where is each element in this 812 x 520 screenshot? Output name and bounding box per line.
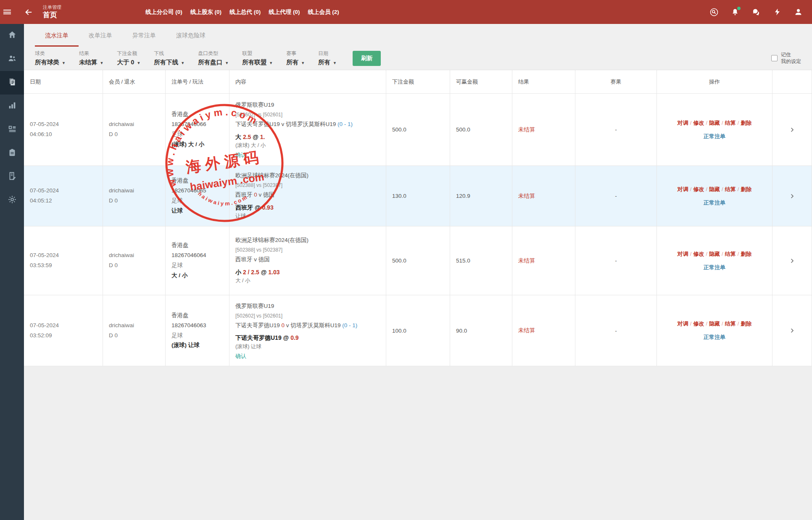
refresh-button[interactable]: 刷新	[353, 51, 381, 66]
delete-link[interactable]: 删除	[741, 251, 751, 257]
bet-selection: 大 2.5 @ 1.	[235, 134, 380, 141]
filter-downline[interactable]: 下线 所有下线▼	[154, 50, 185, 66]
normal-bet-link[interactable]: 正常注单	[704, 334, 725, 341]
filter-league[interactable]: 联盟 所有联盟▼	[242, 50, 273, 66]
dashboard-icon	[8, 124, 17, 135]
tab-live-danger-ball[interactable]: 滚球危险球	[166, 24, 216, 47]
sidebar-item-tasks[interactable]	[0, 142, 24, 165]
account-icon[interactable]	[794, 8, 803, 17]
bet-number: 18267046064	[171, 252, 223, 260]
chevron-down-icon: ▼	[62, 61, 66, 65]
hide-link[interactable]: 隐藏	[709, 251, 720, 257]
tab-abnormal-bets[interactable]: 异常注单	[122, 24, 166, 47]
filter-market-type[interactable]: 盘口类型 所有盘口▼	[198, 50, 229, 66]
sidebar-item-dashboard[interactable]	[0, 118, 24, 142]
nav-online-shareholder[interactable]: 线上股东 (0)	[190, 8, 221, 16]
market-type: 香港盘	[171, 312, 223, 320]
match-score: -	[575, 94, 657, 165]
sidebar-item-members[interactable]	[0, 47, 24, 71]
confirm-link[interactable]: 确认	[235, 352, 380, 360]
edit-link[interactable]: 修改	[693, 251, 704, 257]
sidebar-item-logs[interactable]	[0, 165, 24, 189]
live-score-link[interactable]: (0 - 1)	[337, 121, 353, 127]
match-teams: 西班牙 v 德国	[235, 256, 380, 264]
nav-online-master-agent[interactable]: 线上总代 (0)	[229, 8, 261, 16]
edit-link[interactable]: 修改	[693, 120, 704, 126]
sidebar-item-reports[interactable]	[0, 95, 24, 118]
swap-link[interactable]: 对调	[678, 320, 688, 327]
tab-changed-bets[interactable]: 改单注单	[79, 24, 122, 47]
normal-bet-link[interactable]: 正常注单	[704, 199, 725, 207]
delete-link[interactable]: 删除	[741, 120, 751, 126]
bet-date: 07-05-2024	[30, 322, 97, 330]
filter-bar: 球类 所有球类▼ 结果 未结算▼ 下注金额 大于 0▼ 下线 所有下线▼ 盘口类…	[24, 47, 812, 70]
notification-badge	[737, 7, 741, 10]
main-area: 流水注单 改单注单 异常注单 滚球危险球 球类 所有球类▼ 结果 未结算▼ 下注…	[24, 24, 812, 520]
filter-result[interactable]: 结果 未结算▼	[79, 50, 103, 66]
table-row: 07-05-202404:06:10 drichaiwaiD 0 香港盘1826…	[24, 94, 812, 166]
sport: 足球	[171, 332, 223, 340]
remember-settings[interactable]: 记住 我的设定	[771, 52, 801, 65]
sidebar-item-home[interactable]	[0, 24, 24, 47]
live-score-link[interactable]: (0 - 1)	[342, 322, 357, 328]
normal-bet-link[interactable]: 正常注单	[704, 264, 725, 271]
hide-link[interactable]: 隐藏	[709, 320, 720, 327]
sidebar-item-settings[interactable]	[0, 189, 24, 212]
tab-running-bets[interactable]: 流水注单	[35, 24, 79, 47]
hide-link[interactable]: 隐藏	[709, 120, 720, 126]
messages-icon[interactable]	[751, 8, 761, 17]
nav-online-member[interactable]: 线上会员 (2)	[308, 8, 339, 16]
nav-online-agent[interactable]: 线上代理 (0)	[269, 8, 300, 16]
back-icon[interactable]	[20, 4, 37, 21]
header-icons	[709, 8, 812, 17]
expand-row-icon[interactable]	[772, 295, 812, 366]
member-name: drichaiwai	[109, 322, 159, 330]
delete-link[interactable]: 删除	[741, 320, 751, 327]
bet-time: 03:53:59	[30, 262, 97, 270]
play-type: (滚球) 让球	[171, 341, 223, 349]
expand-row-icon[interactable]	[772, 226, 812, 295]
stake-amount: 500.0	[386, 94, 450, 165]
chevron-down-icon: ▼	[181, 61, 185, 65]
edit-link[interactable]: 修改	[693, 320, 704, 327]
confirm-link[interactable]: 确认	[235, 151, 380, 159]
actions-cell: 对调/修改/隐藏/结算/删除 正常注单	[657, 226, 772, 295]
remember-settings-checkbox[interactable]	[771, 55, 778, 61]
col-content: 内容	[229, 70, 386, 93]
filter-sport[interactable]: 球类 所有球类▼	[35, 50, 66, 66]
menu-icon[interactable]	[3, 4, 20, 21]
table-row: 07-05-202404:05:12 drichaiwaiD 0 香港盘1826…	[24, 166, 812, 226]
settle-link[interactable]: 结算	[725, 320, 736, 327]
filter-match[interactable]: 赛事 所有▼	[286, 50, 305, 66]
normal-bet-link[interactable]: 正常注单	[704, 133, 725, 140]
swap-link[interactable]: 对调	[678, 186, 688, 192]
expand-row-icon[interactable]	[772, 94, 812, 165]
member-rebate: D 0	[109, 332, 159, 340]
settle-link[interactable]: 结算	[725, 120, 736, 126]
search-icon[interactable]	[709, 8, 719, 17]
hide-link[interactable]: 隐藏	[709, 186, 720, 192]
sidebar-item-orders[interactable]	[0, 71, 24, 95]
league-name: 俄罗斯联赛U19	[235, 302, 380, 310]
bet-date: 07-05-2024	[30, 252, 97, 260]
nav-online-branch[interactable]: 线上分公司 (0)	[145, 8, 182, 16]
match-score: -	[575, 295, 657, 366]
swap-link[interactable]: 对调	[678, 251, 688, 257]
member-rebate: D 0	[109, 197, 159, 205]
reports-icon	[8, 101, 17, 112]
settle-link[interactable]: 结算	[725, 186, 736, 192]
notifications-icon[interactable]	[730, 8, 740, 17]
stake-amount: 130.0	[386, 166, 450, 226]
swap-link[interactable]: 对调	[678, 120, 688, 126]
tasks-icon	[8, 148, 17, 159]
match-ids: [502602] vs [502601]	[235, 111, 380, 118]
quick-actions-icon[interactable]	[772, 8, 782, 17]
col-stake: 下注金额	[386, 70, 450, 93]
settle-link[interactable]: 结算	[725, 251, 736, 257]
filter-stake[interactable]: 下注金额 大于 0▼	[117, 50, 140, 66]
expand-row-icon[interactable]	[772, 166, 812, 226]
result-status: 未结算	[512, 295, 575, 366]
delete-link[interactable]: 删除	[741, 186, 751, 192]
filter-date[interactable]: 日期 所有▼	[318, 50, 337, 66]
edit-link[interactable]: 修改	[693, 186, 704, 192]
